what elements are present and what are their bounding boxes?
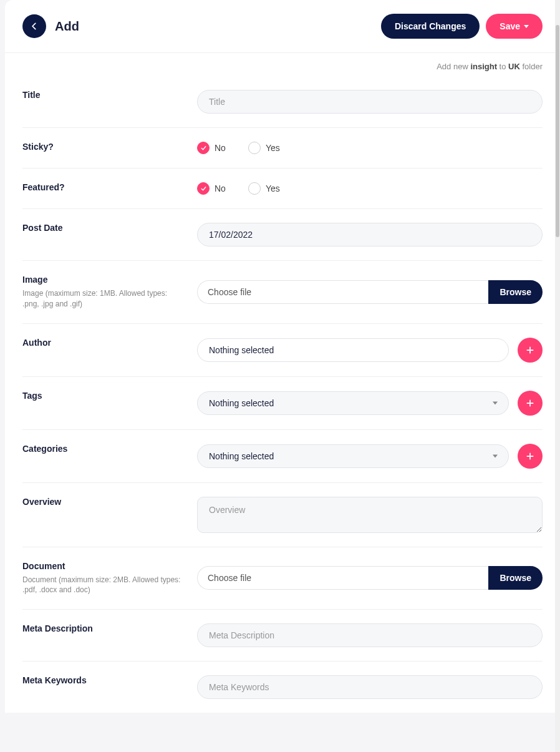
author-select[interactable]: Nothing selected [197,338,509,362]
tags-label: Tags [22,391,185,401]
post-date-input[interactable] [197,223,543,247]
image-browse-button[interactable]: Browse [488,280,543,304]
sticky-no-radio[interactable]: No [197,142,226,154]
meta-keywords-input[interactable] [197,675,543,699]
title-label: Title [22,90,185,100]
overview-label: Overview [22,497,185,507]
overview-textarea[interactable] [197,497,543,533]
document-hint: Document (maximum size: 2MB. Allowed typ… [22,575,185,596]
post-date-label: Post Date [22,223,185,233]
breadcrumb-folder: UK [508,62,520,71]
sticky-yes-label: Yes [266,143,280,153]
meta-keywords-label: Meta Keywords [22,675,185,685]
meta-description-label: Meta Description [22,623,185,633]
plus-icon [526,452,534,461]
featured-label: Featured? [22,182,185,192]
featured-yes-label: Yes [266,183,280,193]
save-button-label: Save [500,21,520,31]
sticky-no-label: No [215,143,226,153]
breadcrumb-entity: insight [470,62,497,71]
breadcrumb-mid: to [497,62,508,71]
featured-yes-radio[interactable]: Yes [248,182,280,195]
breadcrumb-prefix: Add new [437,62,470,71]
breadcrumb-suffix: folder [520,62,543,71]
document-browse-button[interactable]: Browse [488,566,543,590]
breadcrumb: Add new insight to UK folder [5,53,560,76]
scrollbar-track[interactable] [555,0,560,713]
add-tag-button[interactable] [518,391,543,416]
discard-button[interactable]: Discard Changes [381,14,480,39]
radio-unchecked-icon [248,142,261,154]
chevron-left-icon [30,22,39,31]
categories-select[interactable]: Nothing selected [197,444,509,468]
featured-no-radio[interactable]: No [197,182,226,195]
page-header: Add Discard Changes Save [5,0,560,53]
caret-down-icon [524,25,529,28]
add-author-button[interactable] [518,338,543,363]
add-category-button[interactable] [518,444,543,469]
document-label: Document [22,561,185,571]
radio-checked-icon [197,142,210,154]
tags-select[interactable]: Nothing selected [197,391,509,415]
image-label: Image [22,275,185,285]
plus-icon [526,399,534,408]
radio-checked-icon [197,182,210,195]
radio-unchecked-icon [248,182,261,195]
page-title: Add [55,19,79,34]
image-hint: Image (maximum size: 1MB. Allowed types:… [22,288,185,310]
image-file-display[interactable]: Choose file [197,280,488,304]
meta-description-input[interactable] [197,623,543,647]
categories-label: Categories [22,444,185,454]
plus-icon [526,346,534,354]
back-button[interactable] [22,14,46,38]
document-file-display[interactable]: Choose file [197,566,488,590]
sticky-yes-radio[interactable]: Yes [248,142,280,154]
featured-no-label: No [215,183,226,193]
save-button[interactable]: Save [486,14,543,39]
author-label: Author [22,338,185,348]
scrollbar-thumb[interactable] [556,25,559,237]
sticky-label: Sticky? [22,142,185,152]
title-input[interactable] [197,90,543,114]
